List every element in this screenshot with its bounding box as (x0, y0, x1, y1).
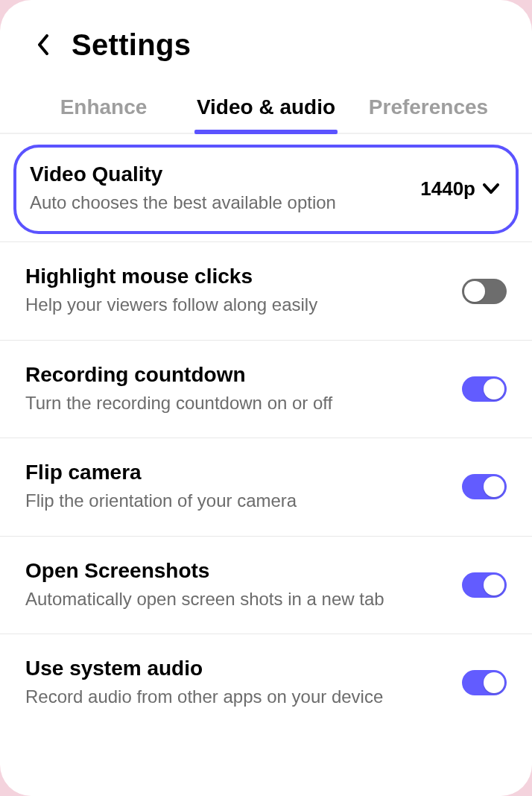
row-text: Recording countdown Turn the recording c… (25, 363, 462, 415)
tab-label: Enhance (60, 95, 148, 119)
row-title: Recording countdown (25, 363, 450, 387)
chevron-down-icon (483, 183, 499, 194)
open-screenshots-toggle[interactable] (462, 572, 507, 598)
row-text: Highlight mouse clicks Help your viewers… (25, 265, 462, 317)
row-title: Use system audio (25, 657, 450, 680)
row-subtitle: Help your viewers follow along easily (25, 293, 450, 317)
video-quality-row[interactable]: Video Quality Auto chooses the best avai… (13, 145, 519, 234)
row-subtitle: Flip the orientation of your camera (25, 489, 450, 513)
video-quality-text: Video Quality Auto chooses the best avai… (30, 162, 420, 215)
row-title: Video Quality (30, 162, 413, 186)
system-audio-toggle[interactable] (462, 670, 507, 695)
tab-preferences[interactable]: Preferences (347, 95, 510, 133)
row-subtitle: Automatically open screen shots in a new… (25, 587, 450, 611)
recording-countdown-row: Recording countdown Turn the recording c… (0, 340, 532, 438)
page-title: Settings (72, 28, 191, 62)
video-quality-select[interactable]: 1440p (420, 177, 499, 200)
header: Settings (0, 0, 532, 70)
row-subtitle: Auto chooses the best available option (30, 191, 413, 215)
tab-label: Video & audio (197, 95, 335, 119)
tab-video-audio[interactable]: Video & audio (185, 95, 347, 133)
row-text: Use system audio Record audio from other… (25, 657, 462, 709)
row-subtitle: Turn the recording countdown on or off (25, 391, 450, 415)
flip-camera-row: Flip camera Flip the orientation of your… (0, 438, 532, 535)
tabs: Enhance Video & audio Preferences (0, 95, 532, 134)
settings-list: Highlight mouse clicks Help your viewers… (0, 241, 532, 731)
toggle-knob (464, 281, 485, 302)
highlight-clicks-row: Highlight mouse clicks Help your viewers… (0, 241, 532, 339)
row-title: Highlight mouse clicks (25, 265, 450, 288)
toggle-knob (484, 379, 504, 399)
toggle-knob (484, 575, 504, 596)
row-title: Flip camera (25, 461, 450, 484)
chevron-left-icon (37, 34, 50, 55)
row-text: Open Screenshots Automatically open scre… (25, 559, 462, 611)
row-text: Flip camera Flip the orientation of your… (25, 461, 462, 513)
system-audio-row: Use system audio Record audio from other… (0, 634, 532, 731)
recording-countdown-toggle[interactable] (462, 376, 507, 402)
open-screenshots-row: Open Screenshots Automatically open scre… (0, 536, 532, 634)
toggle-knob (484, 476, 504, 497)
flip-camera-toggle[interactable] (462, 474, 507, 499)
video-quality-value: 1440p (420, 177, 475, 200)
tab-label: Preferences (369, 95, 488, 119)
toggle-knob (484, 672, 504, 693)
row-subtitle: Record audio from other apps on your dev… (25, 685, 450, 709)
highlight-clicks-toggle[interactable] (462, 279, 507, 304)
settings-panel: Settings Enhance Video & audio Preferenc… (0, 0, 532, 796)
back-button[interactable] (25, 27, 61, 63)
row-title: Open Screenshots (25, 559, 450, 583)
tab-enhance[interactable]: Enhance (22, 95, 185, 133)
